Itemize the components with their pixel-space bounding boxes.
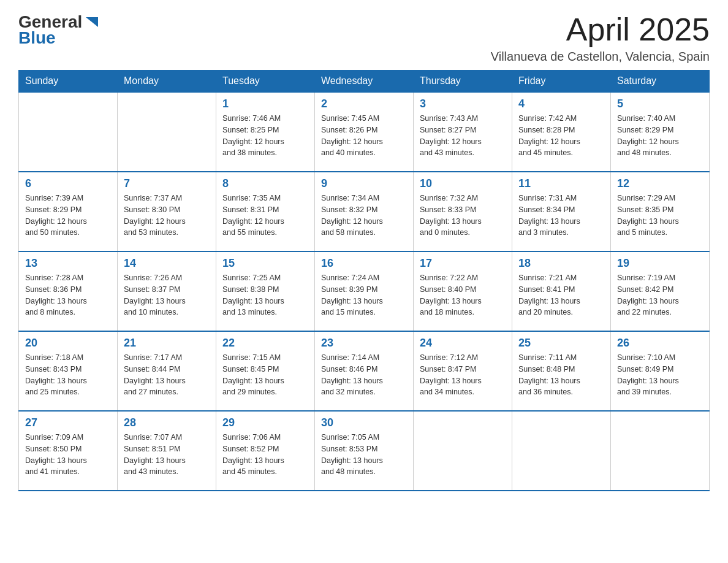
calendar-cell: 9Sunrise: 7:34 AMSunset: 8:32 PMDaylight… xyxy=(315,172,414,251)
day-number: 11 xyxy=(518,177,604,190)
location-title: Villanueva de Castellon, Valencia, Spain xyxy=(491,50,710,64)
day-info: Sunrise: 7:10 AMSunset: 8:49 PMDaylight:… xyxy=(617,352,703,398)
day-number: 16 xyxy=(321,257,407,270)
day-info: Sunrise: 7:29 AMSunset: 8:35 PMDaylight:… xyxy=(617,193,703,239)
day-number: 10 xyxy=(420,177,506,190)
svg-marker-0 xyxy=(86,17,98,27)
day-info: Sunrise: 7:34 AMSunset: 8:32 PMDaylight:… xyxy=(321,193,407,239)
day-number: 5 xyxy=(617,98,703,110)
day-info: Sunrise: 7:18 AMSunset: 8:43 PMDaylight:… xyxy=(25,352,111,398)
day-info: Sunrise: 7:14 AMSunset: 8:46 PMDaylight:… xyxy=(321,352,407,398)
day-number: 4 xyxy=(518,98,604,110)
calendar-cell xyxy=(118,92,216,172)
calendar-cell: 22Sunrise: 7:15 AMSunset: 8:45 PMDayligh… xyxy=(216,331,315,411)
weekday-header-row: SundayMondayTuesdayWednesdayThursdayFrid… xyxy=(19,71,710,93)
calendar-cell: 18Sunrise: 7:21 AMSunset: 8:41 PMDayligh… xyxy=(512,251,611,331)
day-info: Sunrise: 7:31 AMSunset: 8:34 PMDaylight:… xyxy=(518,193,604,239)
day-info: Sunrise: 7:43 AMSunset: 8:27 PMDaylight:… xyxy=(420,113,506,159)
calendar-cell: 11Sunrise: 7:31 AMSunset: 8:34 PMDayligh… xyxy=(512,172,611,251)
calendar-cell: 1Sunrise: 7:46 AMSunset: 8:25 PMDaylight… xyxy=(216,92,315,172)
weekday-header-friday: Friday xyxy=(512,71,611,93)
calendar-table: SundayMondayTuesdayWednesdayThursdayFrid… xyxy=(18,70,710,491)
page-header: General Blue April 2025 Villanueva de Ca… xyxy=(18,12,710,64)
calendar-cell: 17Sunrise: 7:22 AMSunset: 8:40 PMDayligh… xyxy=(414,251,512,331)
calendar-cell xyxy=(611,411,710,491)
calendar-cell: 29Sunrise: 7:06 AMSunset: 8:52 PMDayligh… xyxy=(216,411,315,491)
day-info: Sunrise: 7:05 AMSunset: 8:53 PMDaylight:… xyxy=(321,432,407,478)
day-number: 1 xyxy=(222,98,308,110)
calendar-cell: 14Sunrise: 7:26 AMSunset: 8:37 PMDayligh… xyxy=(118,251,216,331)
day-number: 12 xyxy=(617,177,703,190)
weekday-header-monday: Monday xyxy=(118,71,216,93)
day-info: Sunrise: 7:32 AMSunset: 8:33 PMDaylight:… xyxy=(420,193,506,239)
calendar-cell: 12Sunrise: 7:29 AMSunset: 8:35 PMDayligh… xyxy=(611,172,710,251)
calendar-cell: 2Sunrise: 7:45 AMSunset: 8:26 PMDaylight… xyxy=(315,92,414,172)
calendar-cell: 21Sunrise: 7:17 AMSunset: 8:44 PMDayligh… xyxy=(118,331,216,411)
week-row-4: 27Sunrise: 7:09 AMSunset: 8:50 PMDayligh… xyxy=(19,411,710,491)
day-number: 24 xyxy=(420,337,506,350)
calendar-cell: 28Sunrise: 7:07 AMSunset: 8:51 PMDayligh… xyxy=(118,411,216,491)
day-info: Sunrise: 7:17 AMSunset: 8:44 PMDaylight:… xyxy=(124,352,210,398)
calendar-cell: 19Sunrise: 7:19 AMSunset: 8:42 PMDayligh… xyxy=(611,251,710,331)
calendar-cell: 20Sunrise: 7:18 AMSunset: 8:43 PMDayligh… xyxy=(19,331,118,411)
weekday-header-wednesday: Wednesday xyxy=(315,71,414,93)
day-info: Sunrise: 7:45 AMSunset: 8:26 PMDaylight:… xyxy=(321,113,407,159)
calendar-cell: 25Sunrise: 7:11 AMSunset: 8:48 PMDayligh… xyxy=(512,331,611,411)
calendar-cell: 10Sunrise: 7:32 AMSunset: 8:33 PMDayligh… xyxy=(414,172,512,251)
day-info: Sunrise: 7:22 AMSunset: 8:40 PMDaylight:… xyxy=(420,272,506,318)
calendar-cell: 30Sunrise: 7:05 AMSunset: 8:53 PMDayligh… xyxy=(315,411,414,491)
day-number: 25 xyxy=(518,337,604,350)
calendar-cell xyxy=(414,411,512,491)
day-number: 18 xyxy=(518,257,604,270)
calendar-cell: 6Sunrise: 7:39 AMSunset: 8:29 PMDaylight… xyxy=(19,172,118,251)
day-number: 2 xyxy=(321,98,407,110)
week-row-0: 1Sunrise: 7:46 AMSunset: 8:25 PMDaylight… xyxy=(19,92,710,172)
day-number: 14 xyxy=(124,257,210,270)
logo: General Blue xyxy=(18,12,100,48)
day-number: 8 xyxy=(222,177,308,190)
day-number: 6 xyxy=(25,177,111,190)
day-info: Sunrise: 7:07 AMSunset: 8:51 PMDaylight:… xyxy=(124,432,210,478)
calendar-cell xyxy=(512,411,611,491)
calendar-cell xyxy=(19,92,118,172)
calendar-cell: 24Sunrise: 7:12 AMSunset: 8:47 PMDayligh… xyxy=(414,331,512,411)
calendar-cell: 5Sunrise: 7:40 AMSunset: 8:29 PMDaylight… xyxy=(611,92,710,172)
weekday-header-sunday: Sunday xyxy=(19,71,118,93)
day-info: Sunrise: 7:39 AMSunset: 8:29 PMDaylight:… xyxy=(25,193,111,239)
day-number: 23 xyxy=(321,337,407,350)
month-title: April 2025 xyxy=(491,12,710,47)
weekday-header-tuesday: Tuesday xyxy=(216,71,315,93)
title-area: April 2025 Villanueva de Castellon, Vale… xyxy=(491,12,710,64)
week-row-3: 20Sunrise: 7:18 AMSunset: 8:43 PMDayligh… xyxy=(19,331,710,411)
week-row-2: 13Sunrise: 7:28 AMSunset: 8:36 PMDayligh… xyxy=(19,251,710,331)
calendar-cell: 27Sunrise: 7:09 AMSunset: 8:50 PMDayligh… xyxy=(19,411,118,491)
day-number: 21 xyxy=(124,337,210,350)
day-info: Sunrise: 7:37 AMSunset: 8:30 PMDaylight:… xyxy=(124,193,210,239)
day-number: 7 xyxy=(124,177,210,190)
day-number: 28 xyxy=(124,416,210,429)
day-info: Sunrise: 7:06 AMSunset: 8:52 PMDaylight:… xyxy=(222,432,308,478)
day-info: Sunrise: 7:35 AMSunset: 8:31 PMDaylight:… xyxy=(222,193,308,239)
calendar-cell: 23Sunrise: 7:14 AMSunset: 8:46 PMDayligh… xyxy=(315,331,414,411)
weekday-header-saturday: Saturday xyxy=(611,71,710,93)
calendar-cell: 7Sunrise: 7:37 AMSunset: 8:30 PMDaylight… xyxy=(118,172,216,251)
day-number: 17 xyxy=(420,257,506,270)
calendar-cell: 13Sunrise: 7:28 AMSunset: 8:36 PMDayligh… xyxy=(19,251,118,331)
day-info: Sunrise: 7:19 AMSunset: 8:42 PMDaylight:… xyxy=(617,272,703,318)
calendar-cell: 8Sunrise: 7:35 AMSunset: 8:31 PMDaylight… xyxy=(216,172,315,251)
calendar-cell: 26Sunrise: 7:10 AMSunset: 8:49 PMDayligh… xyxy=(611,331,710,411)
week-row-1: 6Sunrise: 7:39 AMSunset: 8:29 PMDaylight… xyxy=(19,172,710,251)
day-info: Sunrise: 7:46 AMSunset: 8:25 PMDaylight:… xyxy=(222,113,308,159)
day-info: Sunrise: 7:11 AMSunset: 8:48 PMDaylight:… xyxy=(518,352,604,398)
day-number: 9 xyxy=(321,177,407,190)
logo-blue: Blue xyxy=(18,28,100,48)
day-number: 15 xyxy=(222,257,308,270)
day-number: 22 xyxy=(222,337,308,350)
day-info: Sunrise: 7:28 AMSunset: 8:36 PMDaylight:… xyxy=(25,272,111,318)
calendar-cell: 4Sunrise: 7:42 AMSunset: 8:28 PMDaylight… xyxy=(512,92,611,172)
day-number: 30 xyxy=(321,416,407,429)
day-number: 26 xyxy=(617,337,703,350)
day-info: Sunrise: 7:42 AMSunset: 8:28 PMDaylight:… xyxy=(518,113,604,159)
calendar-cell: 3Sunrise: 7:43 AMSunset: 8:27 PMDaylight… xyxy=(414,92,512,172)
day-info: Sunrise: 7:09 AMSunset: 8:50 PMDaylight:… xyxy=(25,432,111,478)
